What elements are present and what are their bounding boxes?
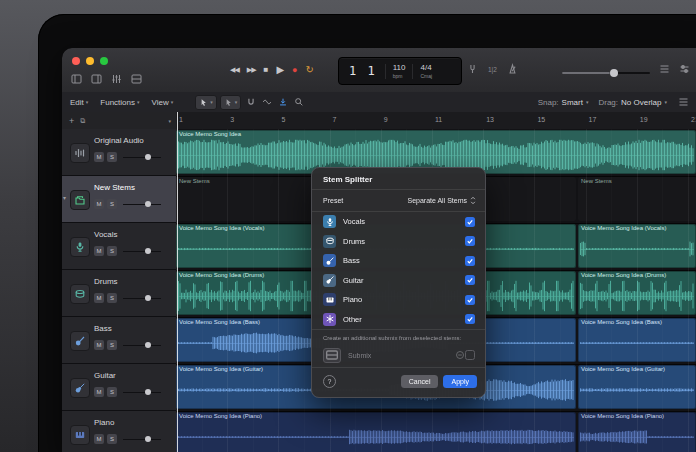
track-list: Original AudioMS▾New StemsMSVocalsMSDrum… — [62, 129, 177, 452]
duplicate-track-button[interactable]: ⧉ — [80, 117, 85, 125]
list-icon[interactable] — [658, 63, 671, 75]
key-signature: Cmaj — [420, 74, 432, 79]
mute-button[interactable]: M — [94, 293, 104, 303]
mute-button[interactable]: M — [94, 340, 104, 350]
drag-menu[interactable]: Drag: No Overlap ▾ — [598, 98, 667, 107]
solo-button[interactable]: S — [107, 434, 117, 444]
stem-checkbox[interactable] — [465, 314, 475, 324]
add-track-button[interactable]: + — [69, 116, 74, 126]
apply-button[interactable]: Apply — [443, 375, 477, 388]
stem-checkbox[interactable] — [465, 256, 475, 266]
audio-region[interactable]: Voice Memo Song Idea (Guitar) — [578, 365, 696, 409]
snap-menu[interactable]: Snap: Smart ▾ — [538, 98, 589, 107]
menu-edit[interactable]: Edit▾ — [70, 98, 88, 107]
stem-checkbox[interactable] — [465, 217, 475, 227]
volume-slider[interactable] — [123, 294, 161, 303]
audio-region[interactable]: Voice Memo Song Idea (Vocals) — [578, 224, 696, 268]
bar-ruler[interactable]: 13579111315171921 — [176, 112, 696, 130]
track-header-drums[interactable]: DrumsMS — [62, 270, 176, 317]
audio-region[interactable]: Voice Memo Song Idea (Piano) — [578, 412, 696, 452]
cycle-button[interactable]: ↻ — [306, 61, 314, 79]
solo-button[interactable]: S — [107, 340, 117, 350]
mute-button[interactable]: M — [94, 199, 104, 209]
count-in-icon[interactable]: 1|2 — [486, 63, 499, 75]
mute-button[interactable]: M — [94, 387, 104, 397]
mute-button[interactable]: M — [94, 152, 104, 162]
submix-checkbox[interactable] — [465, 350, 475, 360]
track-header-original-audio[interactable]: Original AudioMS — [62, 129, 176, 176]
close-button[interactable] — [72, 57, 80, 65]
region-label: Voice Memo Song Idea (Drums) — [578, 271, 696, 279]
solo-button[interactable]: S — [107, 152, 117, 162]
waveform — [580, 421, 694, 452]
bar-number: 15 — [537, 116, 545, 123]
zoom-button[interactable] — [100, 57, 108, 65]
stem-name: Bass — [343, 256, 465, 265]
disclosure-triangle-icon[interactable]: ▾ — [63, 194, 66, 201]
timesig-display[interactable]: 4/4 Cmaj — [412, 64, 439, 79]
mute-button[interactable]: M — [94, 246, 104, 256]
volume-slider[interactable] — [123, 153, 161, 162]
library-icon[interactable] — [70, 73, 83, 85]
volume-slider[interactable] — [123, 200, 161, 209]
forward-button[interactable]: ▶▶ — [247, 61, 256, 79]
volume-slider[interactable] — [123, 341, 161, 350]
stop-button[interactable]: ■ — [264, 61, 269, 79]
track-header-piano[interactable]: PianoMS — [62, 411, 176, 452]
solo-button[interactable]: S — [107, 199, 117, 209]
solo-button[interactable]: S — [107, 387, 117, 397]
menu-view[interactable]: View▾ — [152, 98, 174, 107]
audio-region[interactable]: Voice Memo Song Idea (Piano) — [176, 412, 576, 452]
list-editors-icon[interactable] — [677, 96, 690, 108]
volume-slider[interactable] — [123, 435, 161, 444]
mixer-icon[interactable] — [110, 73, 123, 85]
tempo-display[interactable]: 110 bpm — [385, 64, 413, 79]
inspector-icon[interactable] — [90, 73, 103, 85]
stem-checkbox[interactable] — [465, 275, 475, 285]
record-button[interactable]: ● — [292, 61, 297, 79]
editors-icon[interactable] — [130, 73, 143, 85]
volume-slider[interactable] — [123, 247, 161, 256]
playhead[interactable] — [177, 112, 178, 452]
play-button[interactable]: ▶ — [276, 61, 284, 79]
playhead-position: 1 1 — [339, 64, 385, 78]
controls-icon[interactable] — [678, 63, 691, 75]
lcd-display[interactable]: 1 1 110 bpm 4/4 Cmaj — [338, 57, 462, 85]
menu-functions[interactable]: Functions▾ — [100, 98, 139, 107]
command-click-tool-menu[interactable]: ▾ — [220, 95, 242, 110]
waveform-zoom-icon[interactable] — [292, 96, 305, 109]
snap-mode-icon[interactable] — [244, 96, 257, 109]
help-button[interactable]: ? — [323, 375, 336, 388]
audio-region[interactable]: Voice Memo Song Idea (Drums) — [578, 271, 696, 315]
metronome-icon[interactable] — [506, 63, 519, 75]
stem-checkbox[interactable] — [465, 295, 475, 305]
minimize-button[interactable] — [86, 57, 94, 65]
preset-popup[interactable]: Separate All Stems — [407, 196, 476, 205]
region-label: New Stems — [578, 177, 696, 185]
menu-label: Edit — [70, 98, 84, 107]
master-volume-knob[interactable] — [610, 69, 618, 77]
left-click-tool-menu[interactable]: ▾ — [195, 95, 217, 110]
flex-mode-icon[interactable] — [260, 96, 273, 109]
track-header-new-stems[interactable]: ▾New StemsMS — [62, 176, 176, 223]
solo-button[interactable]: S — [107, 246, 117, 256]
catch-playhead-icon[interactable] — [276, 96, 289, 109]
audio-region[interactable]: New Stems — [578, 177, 696, 221]
track-sort-chevron-icon[interactable]: ▾ — [168, 118, 171, 124]
cancel-button[interactable]: Cancel — [401, 375, 439, 388]
track-header-guitar[interactable]: GuitarMS — [62, 364, 176, 411]
rewind-button[interactable]: ◀◀ — [230, 61, 239, 79]
stem-checkbox[interactable] — [465, 236, 475, 246]
track-header-vocals[interactable]: VocalsMS — [62, 223, 176, 270]
submix-remove-icon[interactable] — [455, 350, 465, 360]
dialog-title: Stem Splitter — [312, 168, 485, 189]
tuner-icon[interactable] — [466, 63, 479, 75]
audio-region[interactable]: Voice Memo Song Idea (Bass) — [578, 318, 696, 362]
solo-button[interactable]: S — [107, 293, 117, 303]
volume-slider[interactable] — [123, 388, 161, 397]
master-volume-slider[interactable] — [562, 69, 650, 77]
mute-button[interactable]: M — [94, 434, 104, 444]
arrange-toolbar: Edit▾Functions▾View▾ ▾ ▾ Snap: Smart ▾ D… — [62, 92, 696, 113]
drag-value: No Overlap — [621, 98, 661, 107]
track-header-bass[interactable]: BassMS — [62, 317, 176, 364]
